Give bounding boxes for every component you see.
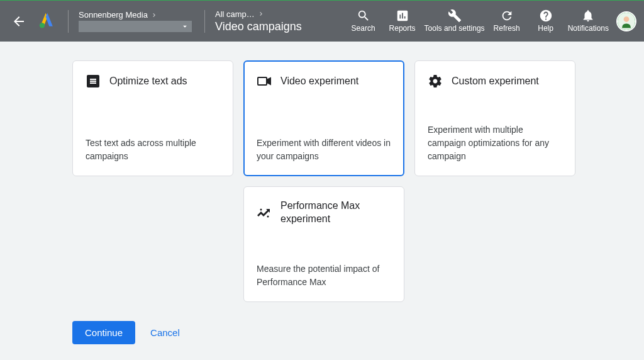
card-title: Optimize text ads [109, 75, 187, 88]
card-title: Performance Max experiment [280, 200, 391, 226]
search-icon [357, 9, 370, 23]
back-button[interactable] [8, 10, 30, 33]
card-video-experiment[interactable]: Video experiment Experiment with differe… [243, 60, 404, 176]
card-description: Experiment with multiple campaign optimi… [428, 123, 562, 163]
account-dropdown[interactable] [79, 21, 192, 32]
account-name: Sonnenberg Media [79, 10, 148, 20]
card-title: Custom experiment [452, 75, 539, 88]
help-icon [539, 9, 553, 23]
continue-button[interactable]: Continue [72, 321, 135, 344]
reports-icon [396, 9, 409, 23]
ads-logo-icon [38, 11, 55, 29]
help-action[interactable]: Help [526, 8, 565, 34]
tools-action[interactable]: Tools and settings [422, 8, 487, 34]
main-content: Optimize text ads Test text ads across m… [0, 42, 644, 360]
search-action[interactable]: Search [344, 8, 383, 34]
card-optimize-text-ads[interactable]: Optimize text ads Test text ads across m… [72, 60, 233, 176]
action-label: Search [352, 24, 375, 33]
bell-icon [581, 9, 595, 23]
wrench-icon [448, 9, 462, 23]
card-description: Measure the potential impact of Performa… [257, 262, 391, 289]
experiment-cards-row2: Performance Max experiment Measure the p… [243, 186, 606, 302]
analytics-icon [257, 205, 272, 220]
action-label: Notifications [568, 24, 609, 33]
reports-action[interactable]: Reports [383, 8, 422, 34]
divider [204, 10, 205, 33]
card-performance-max[interactable]: Performance Max experiment Measure the p… [243, 186, 404, 302]
action-label: Help [538, 24, 553, 33]
svg-point-4 [260, 208, 262, 210]
caret-down-icon [180, 22, 189, 31]
video-icon [257, 74, 272, 89]
account-breadcrumb[interactable]: Sonnenberg Media [74, 10, 199, 32]
divider [68, 10, 69, 33]
svg-point-0 [40, 23, 45, 28]
svg-rect-3 [258, 77, 267, 85]
action-label: Refresh [494, 24, 520, 33]
chevron-right-icon [257, 10, 265, 18]
cancel-button[interactable]: Cancel [150, 327, 180, 338]
action-label: Reports [389, 24, 416, 33]
avatar-icon [618, 11, 635, 31]
action-label: Tools and settings [425, 24, 485, 33]
google-ads-logo [38, 11, 55, 31]
campaign-breadcrumb[interactable]: All camp… Video campaigns [210, 9, 307, 33]
card-description: Test text ads across multiple campaigns [86, 137, 220, 163]
svg-point-5 [267, 215, 269, 217]
action-buttons: Continue Cancel [72, 321, 606, 344]
campaigns-label: All camp… [215, 9, 255, 19]
experiment-cards: Optimize text ads Test text ads across m… [72, 60, 606, 176]
card-title: Video experiment [280, 75, 358, 88]
card-description: Experiment with different videos in your… [257, 137, 391, 163]
gear-icon [428, 74, 443, 89]
arrow-back-icon [11, 14, 26, 29]
text-ads-icon [86, 74, 101, 89]
card-custom-experiment[interactable]: Custom experiment Experiment with multip… [414, 60, 575, 176]
refresh-icon [500, 9, 514, 23]
notifications-action[interactable]: Notifications [565, 8, 611, 34]
svg-point-2 [624, 16, 630, 22]
app-header: Sonnenberg Media All camp… Video campaig… [0, 0, 644, 42]
chevron-right-icon [150, 11, 158, 19]
refresh-action[interactable]: Refresh [487, 8, 526, 34]
campaign-title: Video campaigns [215, 20, 302, 33]
user-avatar[interactable] [616, 11, 636, 31]
